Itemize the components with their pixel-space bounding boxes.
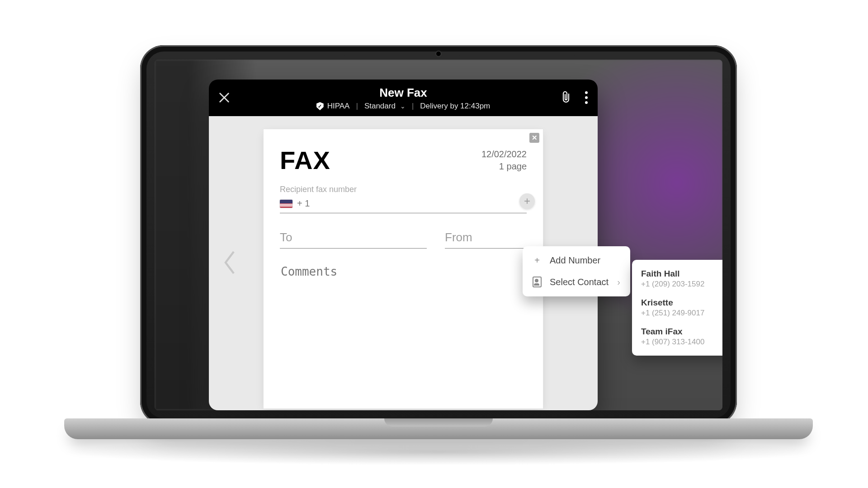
modal-title: New Fax [219,86,588,100]
close-icon [218,91,231,104]
hipaa-indicator[interactable]: HIPAA [316,102,350,111]
laptop-shadow [59,438,818,465]
chevron-down-icon: ⌄ [400,103,406,110]
contact-phone: +1 (251) 249-9017 [641,309,722,318]
contact-item[interactable]: Team iFax +1 (907) 313-1400 [632,322,722,351]
hipaa-label: HIPAA [327,102,350,111]
cover-date: 12/02/2022 [481,148,527,160]
separator: | [412,102,414,111]
priority-label: Standard [364,102,396,111]
paperclip-icon [561,90,571,103]
close-icon: ✕ [532,134,538,142]
recipient-row: + 1 + [280,195,527,213]
add-recipient-menu: + Add Number Select Contact › [523,246,630,296]
modal-subtitle: HIPAA | Standard ⌄ | Delivery by 12:43pm [219,102,588,111]
previous-page-button[interactable] [221,249,239,278]
laptop-lid: New Fax HIPAA | Standard ⌄ | [140,45,737,425]
contact-name: Krisette [641,298,722,308]
delivery-estimate: Delivery by 12:43pm [420,102,490,111]
priority-selector[interactable]: Standard ⌄ [364,102,406,111]
recipient-fax-input[interactable] [314,198,527,209]
add-recipient-button[interactable]: + [519,193,535,209]
flag-us-icon[interactable] [280,200,292,208]
laptop-camera [436,52,441,56]
recipient-label: Recipient fax number [280,185,527,194]
more-menu-button[interactable] [583,89,590,106]
new-fax-modal: New Fax HIPAA | Standard ⌄ | [209,80,598,410]
cover-page-count: 1 page [481,160,527,173]
close-button[interactable] [218,91,231,106]
plus-icon: + [524,195,530,207]
comments-input[interactable] [280,264,528,347]
laptop-base [64,418,813,439]
more-vertical-icon [585,91,588,94]
modal-header: New Fax HIPAA | Standard ⌄ | [209,80,598,116]
shield-check-icon [316,102,324,110]
remove-page-button[interactable]: ✕ [529,133,539,143]
contact-item[interactable]: Faith Hall +1 (209) 203-1592 [632,264,722,293]
laptop-mock: New Fax HIPAA | Standard ⌄ | [140,45,737,452]
add-number-label: Add Number [550,255,600,266]
contact-name: Faith Hall [641,269,722,279]
stage: New Fax HIPAA | Standard ⌄ | [0,0,868,488]
modal-body: ✕ FAX 12/02/2022 1 page Recipient fax nu… [209,116,598,410]
contact-phone: +1 (209) 203-1592 [641,280,722,289]
add-number-option[interactable]: + Add Number [523,250,630,271]
contact-phone: +1 (907) 313-1400 [641,338,722,347]
laptop-notch [384,418,493,427]
select-contact-label: Select Contact [550,277,609,287]
separator: | [356,102,358,111]
chevron-left-icon [221,249,239,276]
contacts-popover: Faith Hall +1 (209) 203-1592 Krisette +1… [632,260,722,356]
header-actions [561,89,590,106]
contact-name: Team iFax [641,327,722,337]
to-from-row [280,229,527,249]
select-contact-option[interactable]: Select Contact › [523,271,630,293]
cover-meta: 12/02/2022 1 page [481,148,527,173]
attach-button[interactable] [561,90,571,105]
country-code: + 1 [297,198,310,209]
chevron-right-icon: › [617,277,620,287]
cover-page: ✕ FAX 12/02/2022 1 page Recipient fax nu… [263,129,543,409]
contact-item[interactable]: Krisette +1 (251) 249-9017 [632,293,722,322]
from-input[interactable] [445,229,592,249]
contact-card-icon [533,277,542,287]
plus-icon: + [533,255,542,266]
laptop-screen: New Fax HIPAA | Standard ⌄ | [155,60,722,410]
to-input[interactable] [280,229,427,249]
